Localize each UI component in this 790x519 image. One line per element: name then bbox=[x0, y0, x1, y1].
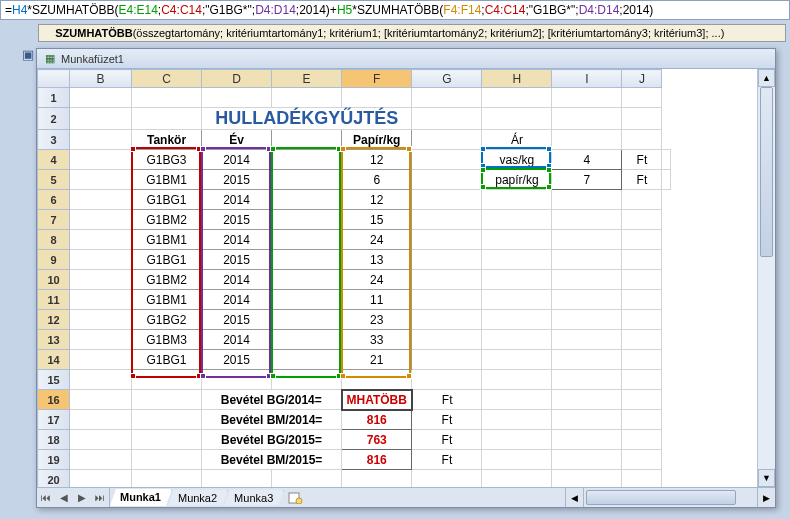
spreadsheet-grid[interactable]: B C D E F G H I J 1 2HULLADÉKGYŰJTÉS 3 T… bbox=[37, 69, 671, 487]
price-vas[interactable]: 4 bbox=[552, 150, 622, 170]
col-B[interactable]: B bbox=[70, 70, 132, 88]
tab-munka2[interactable]: Munka2 bbox=[168, 490, 228, 506]
workbook-titlebar[interactable]: ▦ Munkafüzet1 bbox=[37, 49, 775, 69]
col-C[interactable]: C bbox=[132, 70, 202, 88]
page-title: HULLADÉKGYŰJTÉS bbox=[202, 108, 412, 130]
col-F[interactable]: F bbox=[342, 70, 412, 88]
scroll-down-button[interactable]: ▼ bbox=[758, 469, 775, 487]
col-H[interactable]: H bbox=[482, 70, 552, 88]
scroll-thumb[interactable] bbox=[760, 87, 773, 257]
vertical-scrollbar[interactable]: ▲ ▼ bbox=[757, 69, 775, 487]
col-J[interactable]: J bbox=[622, 70, 662, 88]
scroll-up-button[interactable]: ▲ bbox=[758, 69, 775, 87]
select-all[interactable] bbox=[38, 70, 70, 88]
grid-area[interactable]: B C D E F G H I J 1 2HULLADÉKGYŰJTÉS 3 T… bbox=[37, 69, 775, 487]
price-vas-label: vas/kg bbox=[482, 150, 552, 170]
tab-munka3[interactable]: Munka3 bbox=[224, 490, 284, 506]
hdr-ar: Ár bbox=[482, 130, 552, 150]
workbook-window: ▦ Munkafüzet1 B C D E F G H I J 1 2HULLA… bbox=[36, 48, 776, 508]
tab-last-button[interactable]: ⏭ bbox=[91, 488, 109, 507]
tab-nav: ⏮ ◀ ▶ ⏭ bbox=[37, 488, 110, 507]
hdr-vas: Vas/kg bbox=[272, 130, 342, 150]
hdr-tankor: Tankör bbox=[132, 130, 202, 150]
price-papir-label: papír/kg bbox=[482, 170, 552, 190]
tab-add-button[interactable] bbox=[286, 491, 306, 505]
svg-point-1 bbox=[296, 498, 302, 504]
tab-prev-button[interactable]: ◀ bbox=[55, 488, 73, 507]
horizontal-scrollbar[interactable]: ◀ ▶ bbox=[565, 488, 775, 507]
sheet-tabs: ⏮ ◀ ▶ ⏭ Munka1 Munka2 Munka3 ◀ ▶ bbox=[37, 487, 775, 507]
hdr-papir: Papír/kg bbox=[342, 130, 412, 150]
col-I[interactable]: I bbox=[552, 70, 622, 88]
hdr-ev: Év bbox=[202, 130, 272, 150]
workbook-frame-icon: ▣ bbox=[20, 46, 36, 62]
active-cell[interactable]: MHATÖBB bbox=[342, 390, 412, 410]
formula-eq: = bbox=[5, 3, 12, 17]
tab-next-button[interactable]: ▶ bbox=[73, 488, 91, 507]
col-header-row: B C D E F G H I J bbox=[38, 70, 671, 88]
col-G[interactable]: G bbox=[412, 70, 482, 88]
hscroll-thumb[interactable] bbox=[586, 490, 736, 505]
hscroll-right-button[interactable]: ▶ bbox=[757, 488, 775, 507]
hscroll-left-button[interactable]: ◀ bbox=[566, 488, 584, 507]
function-tooltip: SZUMHATÖBB(összegtartomány; kritériumtar… bbox=[38, 24, 786, 42]
workbook-title-text: Munkafüzet1 bbox=[61, 53, 124, 65]
excel-icon: ▦ bbox=[43, 52, 57, 66]
col-E[interactable]: E bbox=[272, 70, 342, 88]
price-papir[interactable]: 7 bbox=[552, 170, 622, 190]
tab-first-button[interactable]: ⏮ bbox=[37, 488, 55, 507]
col-D[interactable]: D bbox=[202, 70, 272, 88]
tab-munka1[interactable]: Munka1 bbox=[110, 489, 172, 506]
